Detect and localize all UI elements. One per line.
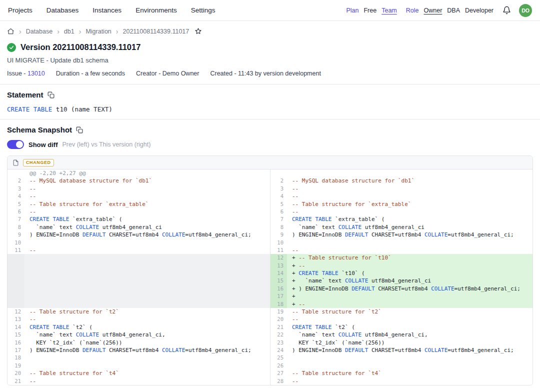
diff-line-number-right: 6	[270, 208, 287, 216]
diff-line-number-left	[8, 277, 24, 284]
diff-code-right: + `name` text COLLATE utf8mb4_general_ci	[287, 277, 532, 284]
diff-row: 8 `name` text COLLATE utf8mb4_general_ci…	[8, 224, 532, 231]
diff-line-number-left: 16	[8, 339, 24, 346]
success-check-icon	[7, 43, 16, 52]
diff-row: 7CREATE TABLE `extra_table` (7CREATE TAB…	[8, 216, 532, 223]
diff-code-right: KEY `t2_idx` (`name`(256))	[287, 339, 532, 346]
diff-row: 5-- Table structure for `extra_table`5--…	[8, 200, 532, 208]
diff-row: 17+	[8, 292, 532, 300]
diff-line-number-left: 2	[8, 177, 24, 184]
role-option-dba[interactable]: DBA	[447, 7, 460, 14]
diff-line-number-right: 12	[270, 254, 287, 262]
home-icon[interactable]	[7, 28, 14, 35]
role-option-owner[interactable]: Owner	[424, 7, 442, 14]
diff-line-number-left	[8, 254, 24, 262]
show-diff-row: Show diff Prev (left) vs This version (r…	[7, 140, 533, 149]
diff-line-number-right: 13	[270, 262, 287, 270]
diff-line-number-right: 16	[270, 285, 287, 292]
diff-line-number-right: 4	[270, 192, 287, 200]
diff-row: 18+ --	[8, 300, 532, 308]
diff-code-left: CREATE TABLE `extra_table` (	[24, 216, 270, 223]
notification-bell-icon[interactable]	[502, 6, 511, 14]
diff-line-number-right: 20	[270, 316, 287, 323]
show-diff-label: Show diff	[28, 141, 58, 148]
diff-row: 6--6--	[8, 208, 532, 216]
diff-code-right	[287, 239, 532, 246]
created-text: Created - 11:43 by version development	[210, 70, 320, 77]
schema-snapshot-heading: Schema Snapshot	[7, 126, 72, 134]
breadcrumb-separator-icon: ›	[19, 28, 22, 35]
statement-heading: Statement	[7, 90, 44, 99]
diff-row: 3--3--	[8, 185, 532, 192]
diff-code-left: -- MySQL database structure for `db1`	[24, 177, 270, 184]
diff-code-right: + --	[287, 262, 532, 270]
statement-section: Statement CREATE TABLE t10 (name TEXT)	[0, 84, 540, 119]
diff-line-number-left: 4	[8, 192, 24, 200]
diff-row: @@ -2,20 +2,27 @@	[8, 170, 532, 177]
diff-row: 1010	[8, 239, 532, 246]
diff-line-number-left	[8, 300, 24, 308]
diff-code-left: KEY `t2_idx` (`name`(256))	[24, 339, 270, 346]
nav-item-settings[interactable]: Settings	[191, 6, 216, 14]
statement-copy-icon[interactable]	[48, 92, 54, 98]
user-avatar[interactable]: DO	[519, 4, 532, 17]
diff-line-number-left: 13	[8, 316, 24, 323]
migration-subtitle: UI MIGRATE - Update db1 schema	[0, 52, 540, 64]
nav-item-environments[interactable]: Environments	[136, 6, 177, 14]
issue-link[interactable]: 13010	[28, 70, 45, 77]
diff-header: CHANGED	[8, 156, 532, 170]
diff-code-left: --	[24, 378, 270, 385]
diff-line-number-right	[270, 170, 287, 177]
title-row: Version 20211008114339.11017	[0, 35, 540, 52]
diff-line-number-right: 11	[270, 246, 287, 254]
nav-item-databases[interactable]: Databases	[46, 6, 79, 14]
diff-line-number-left: 10	[8, 239, 24, 246]
diff-code-left	[24, 254, 270, 262]
breadcrumb-item[interactable]: Database	[26, 28, 53, 35]
nav-item-projects[interactable]: Projects	[8, 6, 32, 14]
diff-line-number-left: 15	[8, 331, 24, 338]
diff-row: 12+ -- Table structure for `t10`	[8, 254, 532, 262]
breadcrumb-item[interactable]: db1	[64, 28, 74, 35]
breadcrumb-item[interactable]: 20211008114339.11017	[122, 28, 189, 35]
diff-line-number-right: 24	[270, 346, 287, 354]
diff-line-number-right: 15	[270, 277, 287, 284]
creator-text: Creator - Demo Owner	[136, 70, 199, 77]
diff-line-number-left: 18	[8, 354, 24, 362]
plan-option-free[interactable]: Free	[364, 7, 376, 14]
diff-line-number-left: 6	[8, 208, 24, 216]
show-diff-toggle[interactable]	[7, 140, 24, 149]
diff-code-right: `name` text COLLATE utf8mb4_general_ci,	[287, 331, 532, 338]
diff-line-number-left	[8, 262, 24, 270]
plan-options: FreeTeam	[364, 7, 396, 14]
diff-code-right: --	[287, 192, 532, 200]
diff-row: 21--28--	[8, 378, 532, 385]
issue-meta: Issue - 13010	[7, 70, 45, 77]
diff-line-number-right: 26	[270, 362, 287, 370]
diff-row: 15 `name` text COLLATE utf8mb4_general_c…	[8, 331, 532, 338]
plan-option-team[interactable]: Team	[382, 7, 397, 14]
diff-code-right: CREATE TABLE `extra_table` (	[287, 216, 532, 223]
diff-code-right: --	[287, 208, 532, 216]
role-option-developer[interactable]: Developer	[465, 7, 494, 14]
main-nav: ProjectsDatabasesInstancesEnvironmentsSe…	[8, 6, 215, 14]
diff-code-right	[287, 362, 532, 370]
diff-code-left: `name` text COLLATE utf8mb4_general_ci	[24, 224, 270, 231]
diff-line-number-left	[8, 170, 24, 177]
breadcrumb-item[interactable]: Migration	[86, 28, 111, 35]
nav-item-instances[interactable]: Instances	[92, 6, 122, 14]
diff-line-number-left: 14	[8, 324, 24, 331]
diff-line-number-left: 12	[8, 308, 24, 316]
schema-copy-icon[interactable]	[76, 126, 83, 134]
diff-code-right: `name` text COLLATE utf8mb4_general_ci	[287, 224, 532, 231]
diff-code-left	[24, 292, 270, 300]
diff-code-left	[24, 285, 270, 292]
toggle-knob	[16, 141, 23, 148]
diff-row: 1926	[8, 362, 532, 370]
role-options: OwnerDBADeveloper	[424, 7, 494, 14]
diff-code-right: + ) ENGINE=InnoDB DEFAULT CHARSET=utf8mb…	[287, 285, 532, 292]
diff-line-number-right: 23	[270, 339, 287, 346]
diff-code-left: -- Table structure for `t4`	[24, 370, 270, 377]
favorite-star-icon[interactable]	[194, 28, 202, 35]
diff-code-left: --	[24, 208, 270, 216]
